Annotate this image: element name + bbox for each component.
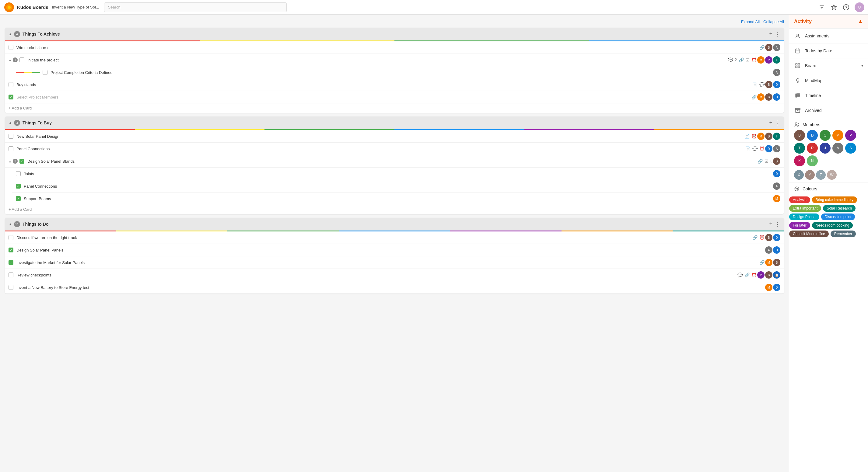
card-checkbox[interactable] xyxy=(8,146,13,151)
member-avatar[interactable]: Z xyxy=(816,170,826,180)
card-checkbox[interactable] xyxy=(8,285,13,290)
section-header-things-to-achieve[interactable]: ▲ 4 Things To Achieve + ⋮ xyxy=(5,28,784,40)
card-checkbox[interactable]: ✓ xyxy=(8,247,13,252)
section-toggle[interactable]: ▲ xyxy=(8,121,12,125)
member-avatar[interactable]: K xyxy=(794,156,805,166)
card-label[interactable]: Panel Connections xyxy=(24,184,774,189)
sub-toggle[interactable]: ▲ xyxy=(8,160,11,163)
sidebar-item-board[interactable]: Board ▾ xyxy=(789,58,868,73)
card-label[interactable]: Review checkpoints xyxy=(17,273,738,277)
section-add-button[interactable]: + xyxy=(769,221,772,228)
expand-all-button[interactable]: Expand All xyxy=(741,20,760,24)
sidebar-item-mindmap[interactable]: MindMap xyxy=(789,73,868,88)
link-icon[interactable]: 🔗 xyxy=(760,45,765,50)
card-label[interactable]: Select Project Members xyxy=(17,95,751,99)
comment-icon[interactable]: 💬 xyxy=(738,272,743,277)
card-checkbox[interactable]: ✓ xyxy=(8,260,13,265)
card-label[interactable]: Initiate the project xyxy=(27,58,728,62)
link-icon[interactable]: 🔗 xyxy=(744,272,750,277)
doc-icon[interactable]: 📄 xyxy=(744,134,750,139)
card-label[interactable]: Win market shares xyxy=(17,45,760,50)
section-header-things-to-do[interactable]: ▲ 11 Things to Do + ⋮ xyxy=(5,218,784,231)
colour-chip-solar-research[interactable]: Solar Research xyxy=(823,205,856,212)
colour-chip-needs-room-booking[interactable]: Needs room booking xyxy=(812,222,853,229)
link-icon[interactable]: 🔗 xyxy=(751,95,756,99)
card-checkbox[interactable] xyxy=(42,70,48,75)
card-label[interactable]: Buy stands xyxy=(17,82,752,87)
clock-icon[interactable]: ⏰ xyxy=(760,146,765,151)
search-bar[interactable]: Search xyxy=(104,2,287,12)
member-avatar[interactable]: B xyxy=(794,130,805,141)
member-avatar[interactable]: J xyxy=(819,143,831,154)
card-label[interactable]: Support Beams xyxy=(24,197,774,201)
card-label[interactable]: Panel Connections xyxy=(17,146,745,151)
pin-icon[interactable] xyxy=(830,4,838,11)
card-checkbox[interactable] xyxy=(8,45,13,50)
member-avatar[interactable]: S xyxy=(845,143,856,154)
card-checkbox[interactable] xyxy=(20,58,24,62)
member-avatar[interactable]: A xyxy=(832,143,843,154)
sidebar-collapse-icon[interactable]: ▲ xyxy=(858,18,863,25)
card-checkbox[interactable] xyxy=(16,171,21,176)
colour-chip-analysis[interactable]: Analysis xyxy=(789,197,810,203)
sidebar-item-todos-by-date[interactable]: Todos by Date xyxy=(789,43,868,58)
member-avatar[interactable]: R xyxy=(807,143,818,154)
card-checkbox[interactable]: ✓ xyxy=(8,95,13,99)
colour-chip-extra-important[interactable]: Extra important xyxy=(789,205,821,212)
card-label[interactable]: Investigate the Market for Solar Panels xyxy=(17,260,760,265)
help-icon[interactable] xyxy=(842,4,850,11)
doc-icon[interactable]: 📄 xyxy=(752,82,757,87)
check-icon[interactable]: ☑ xyxy=(765,159,769,164)
colour-chip-remember[interactable]: Remember xyxy=(831,231,856,237)
member-avatar[interactable]: Y xyxy=(805,170,815,180)
app-logo[interactable]: Kudos Boards xyxy=(4,2,49,13)
doc-icon[interactable]: 📄 xyxy=(745,146,750,151)
section-header-things-to-buy[interactable]: ▲ 3 Things To Buy + ⋮ xyxy=(5,116,784,129)
colour-chip-design-phase[interactable]: Design Phase xyxy=(789,213,819,220)
link-icon[interactable]: 🔗 xyxy=(760,260,765,265)
member-avatar[interactable]: P xyxy=(845,130,856,141)
chevron-down-icon[interactable]: ▾ xyxy=(861,64,863,68)
section-menu-button[interactable]: ⋮ xyxy=(775,31,780,37)
card-checkbox[interactable] xyxy=(8,235,13,240)
card-checkbox[interactable]: ✓ xyxy=(20,159,24,164)
card-checkbox[interactable] xyxy=(8,272,13,277)
sidebar-item-archived[interactable]: Archived xyxy=(789,103,868,118)
card-checkbox[interactable]: ✓ xyxy=(16,184,21,189)
card-label[interactable]: Project Completion Criteria Defined xyxy=(51,70,774,75)
section-menu-button[interactable]: ⋮ xyxy=(775,221,780,228)
sub-toggle[interactable]: ▲ xyxy=(8,58,11,62)
clock-icon[interactable]: ⏰ xyxy=(751,134,756,139)
colour-chip-consult-moon-office[interactable]: Consult Moon office xyxy=(789,231,829,237)
member-avatar[interactable]: N xyxy=(807,156,818,166)
member-avatar[interactable]: T xyxy=(794,143,805,154)
filter-icon[interactable] xyxy=(818,4,826,11)
link-icon[interactable]: 🔗 xyxy=(739,58,744,62)
member-avatar[interactable]: M xyxy=(832,130,843,141)
collapse-all-button[interactable]: Collapse All xyxy=(763,20,784,24)
clock-icon[interactable]: ⏰ xyxy=(760,235,765,240)
card-label[interactable]: Design Solar Panel Panels xyxy=(17,248,766,252)
sidebar-item-timeline[interactable]: Timeline xyxy=(789,88,868,103)
card-label[interactable]: New Solar Panel Design xyxy=(17,134,744,139)
section-add-button[interactable]: + xyxy=(769,31,772,37)
section-toggle[interactable]: ▲ xyxy=(8,32,12,36)
card-checkbox[interactable] xyxy=(8,82,13,87)
clock-icon[interactable]: ⏰ xyxy=(751,272,756,277)
colour-chip-for-later[interactable]: For later xyxy=(789,222,810,229)
add-card-button[interactable]: + Add a Card xyxy=(5,103,784,113)
section-menu-button[interactable]: ⋮ xyxy=(775,120,780,126)
colour-chip-discussion-point[interactable]: Discussion point xyxy=(821,213,855,220)
colour-chip-bring-cake[interactable]: Bring cake immediately xyxy=(812,197,857,203)
check-icon[interactable]: ☑ xyxy=(746,58,750,62)
card-label[interactable]: Discuss if we are on the right track xyxy=(17,235,752,240)
sidebar-item-assignments[interactable]: Assignments xyxy=(789,29,868,43)
section-add-button[interactable]: + xyxy=(769,120,772,126)
clock-icon[interactable]: ⏰ xyxy=(751,58,756,62)
member-avatar[interactable]: G xyxy=(819,130,831,141)
card-checkbox[interactable] xyxy=(8,134,13,139)
member-avatar[interactable]: D xyxy=(807,130,818,141)
user-avatar[interactable]: U xyxy=(855,2,864,12)
card-label[interactable]: Invent a New Battery to Store Energy tes… xyxy=(17,285,766,290)
card-checkbox[interactable]: ✓ xyxy=(16,196,21,201)
